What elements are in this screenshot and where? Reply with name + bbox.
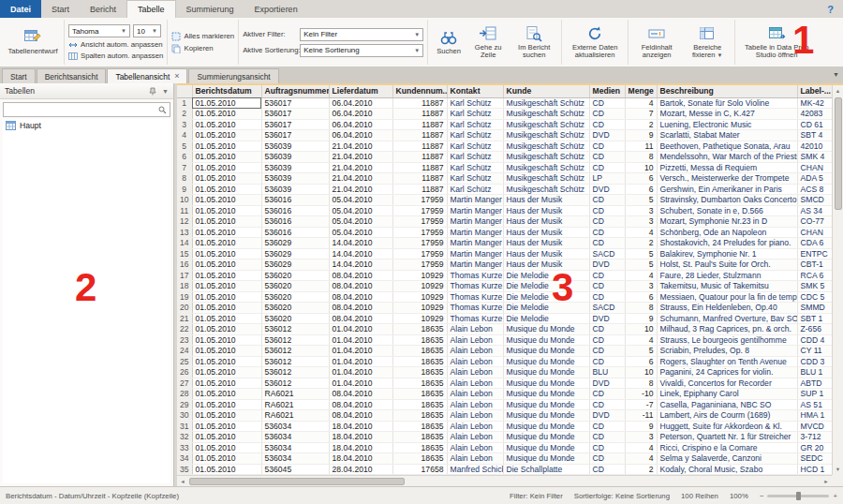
table-row[interactable]: 501.05.201053603921.04.201011887Karl Sch…	[177, 141, 832, 152]
cell[interactable]: 536016	[261, 216, 329, 228]
row-number[interactable]: 34	[177, 453, 192, 465]
cell[interactable]: Karl Schütz	[447, 184, 503, 195]
cell[interactable]: 17959	[392, 227, 447, 238]
row-number[interactable]: 5	[177, 141, 192, 152]
column-header-auftragsnummer[interactable]: Auftragsnummer	[261, 85, 329, 97]
cell[interactable]: CD	[589, 334, 625, 346]
column-header-medien[interactable]: Medien	[589, 85, 625, 97]
cell[interactable]: 8	[625, 378, 657, 389]
table-row[interactable]: 101.05.201053601706.04.201011887Karl Sch…	[177, 97, 832, 109]
cell[interactable]: 4	[625, 270, 657, 281]
cell[interactable]: Martin Manger	[447, 227, 503, 238]
cell[interactable]: Musikgeschäft Schütz	[503, 173, 589, 185]
cell[interactable]: Martin Manger	[447, 259, 503, 271]
cell[interactable]: BLU 1	[797, 367, 832, 378]
tree-item-haupt[interactable]: Haupt	[3, 119, 170, 132]
cell[interactable]: Alain Lebon	[447, 367, 503, 378]
table-row[interactable]: 2901.05.2010RA602108.04.201018635Alain L…	[177, 399, 832, 410]
cell[interactable]: RA6021	[261, 389, 329, 400]
cell[interactable]: 01.05.2010	[192, 303, 261, 314]
cell[interactable]: 01.04.2010	[329, 334, 392, 346]
zoom-slider[interactable]	[767, 495, 829, 497]
view-tab-tabellenansicht[interactable]: Tabellenansicht×	[107, 68, 187, 83]
cell[interactable]: Musique du Monde	[503, 399, 589, 410]
cell[interactable]: CY 11	[797, 346, 832, 357]
table-row[interactable]: 201.05.201053601706.04.201011887Karl Sch…	[177, 109, 832, 120]
cell[interactable]: Lambert, Airs de Courm (1689)	[657, 410, 797, 422]
cell[interactable]: 11887	[392, 97, 447, 109]
cell[interactable]: 11	[625, 141, 657, 152]
cell[interactable]: 4	[625, 442, 657, 453]
scroll-down-icon[interactable]: ▼	[833, 464, 843, 475]
cell[interactable]: 21.04.2010	[329, 141, 392, 152]
cell[interactable]: Paganini, 24 Caprices for violin.	[657, 367, 797, 378]
cell[interactable]: 10929	[392, 313, 447, 324]
row-number[interactable]: 1	[177, 97, 192, 109]
cell[interactable]: 18635	[392, 389, 447, 400]
active-sort-select[interactable]: Keine Sortierung▼	[300, 44, 423, 57]
table-row[interactable]: 701.05.201053603921.04.201011887Karl Sch…	[177, 162, 832, 173]
cell[interactable]: Karl Schütz	[447, 162, 503, 173]
cell[interactable]: 3	[625, 281, 657, 292]
cell[interactable]: 536045	[261, 464, 329, 475]
cell[interactable]: Haus der Musik	[503, 248, 589, 259]
cell[interactable]: 08.04.2010	[329, 281, 392, 292]
cell[interactable]: MK-42	[797, 97, 832, 109]
cell[interactable]: CD	[589, 216, 625, 228]
cell[interactable]: Martin Manger	[447, 248, 503, 259]
cell[interactable]: 14.04.2010	[329, 248, 392, 259]
cell[interactable]: Peterson, Quartett Nr. 1 für Streicher	[657, 432, 797, 443]
cell[interactable]: 4	[625, 453, 657, 465]
cell[interactable]: CDC 5	[797, 291, 832, 303]
tab-datei[interactable]: Datei	[0, 0, 41, 18]
goto-row-button[interactable]: Gehe zu Zeile	[468, 23, 508, 62]
cell[interactable]: CD	[589, 152, 625, 163]
cell[interactable]: 536012	[261, 356, 329, 367]
cell[interactable]: 536034	[261, 442, 329, 453]
show-field-content-button[interactable]: Feldinhalt anzeigen	[632, 23, 681, 62]
vertical-scrollbar[interactable]: ▲ ▼	[832, 85, 843, 475]
cell[interactable]: Alain Lebon	[447, 410, 503, 422]
cell[interactable]: Musique du Monde	[503, 378, 589, 389]
cell[interactable]: Musikgeschäft Schütz	[503, 141, 589, 152]
cell[interactable]: 17959	[392, 216, 447, 228]
cell[interactable]: Musikgeschäft Schütz	[503, 109, 589, 120]
cell[interactable]: Vivaldi, Concertos for Recorder	[657, 378, 797, 389]
refresh-external-data-button[interactable]: Externe Daten aktualisieren	[566, 23, 624, 62]
panel-menu-icon[interactable]: ▼	[162, 88, 169, 95]
cell[interactable]: -7	[625, 399, 657, 410]
help-icon[interactable]: ?	[818, 0, 843, 18]
row-number[interactable]: 9	[177, 184, 192, 195]
row-number[interactable]: 32	[177, 432, 192, 443]
cell[interactable]: Musique du Monde	[503, 346, 589, 357]
cell[interactable]: Alain Lebon	[447, 324, 503, 335]
view-tab-start[interactable]: Start	[2, 68, 36, 83]
cell[interactable]: Haus der Musik	[503, 227, 589, 238]
cell[interactable]: Musikgeschäft Schütz	[503, 130, 589, 141]
cell[interactable]: CHAN	[797, 162, 832, 173]
cell[interactable]: 05.04.2010	[329, 195, 392, 206]
row-number[interactable]: 28	[177, 389, 192, 400]
cell[interactable]: SBT 4	[797, 130, 832, 141]
cell[interactable]: 21.04.2010	[329, 173, 392, 185]
cell[interactable]: Holst, St. Paul's Suite for Orch.	[657, 259, 797, 271]
tab-overflow-icon[interactable]: ▼	[833, 71, 839, 78]
font-name-select[interactable]: Tahoma▼	[68, 24, 130, 37]
cell[interactable]: Martin Manger	[447, 216, 503, 228]
cell[interactable]: Karl Schütz	[447, 130, 503, 141]
cell[interactable]: Haus der Musik	[503, 259, 589, 271]
cell[interactable]: 01.05.2010	[192, 227, 261, 238]
cell[interactable]: -10	[625, 389, 657, 400]
table-row[interactable]: 601.05.201053603921.04.201011887Karl Sch…	[177, 152, 832, 163]
cell[interactable]: CD	[589, 97, 625, 109]
row-number[interactable]: 2	[177, 109, 192, 120]
cell[interactable]: Karl Schütz	[447, 173, 503, 185]
cell[interactable]: Die Melodie	[503, 303, 589, 314]
cell[interactable]: CD	[589, 389, 625, 400]
table-row[interactable]: 1701.05.201053602008.04.201010929Thomas …	[177, 270, 832, 281]
cell[interactable]: Mozart, Symphonie Nr.23 in D	[657, 216, 797, 228]
cell[interactable]: 01.05.2010	[192, 399, 261, 410]
cell[interactable]: CD	[589, 227, 625, 238]
cell[interactable]: Musikgeschäft Schütz	[503, 119, 589, 130]
cell[interactable]: 18635	[392, 324, 447, 335]
